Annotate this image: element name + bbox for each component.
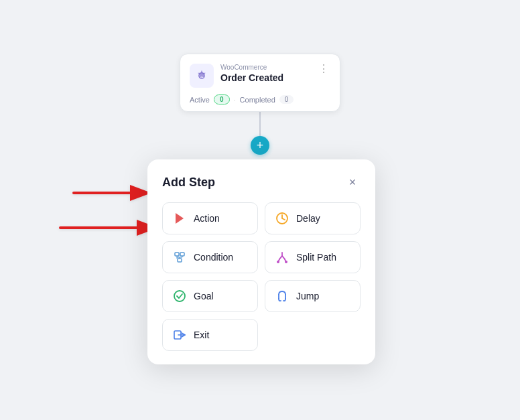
add-step-dialog: Add Step × Action [147, 159, 375, 364]
svg-rect-5 [175, 253, 179, 256]
completed-badge: 0 [279, 95, 294, 104]
svg-rect-7 [178, 259, 182, 262]
condition-label: Condition [194, 252, 233, 263]
goal-icon [172, 289, 187, 303]
exit-step-button[interactable]: Exit [162, 319, 258, 351]
split-path-icon [275, 250, 289, 265]
jump-step-button[interactable]: Jump [265, 280, 361, 312]
goal-step-button[interactable]: Goal [162, 280, 258, 312]
action-step-button[interactable]: Action [162, 202, 258, 234]
action-icon [172, 211, 187, 226]
node-menu-button[interactable]: ⋮ [318, 64, 329, 74]
exit-label: Exit [194, 330, 209, 340]
svg-marker-3 [176, 213, 184, 224]
completed-label: Completed [240, 96, 275, 104]
split-path-step-button[interactable]: Split Path [265, 241, 361, 273]
goal-label: Goal [194, 291, 214, 301]
add-step-button[interactable]: + [251, 136, 269, 155]
svg-point-12 [277, 261, 279, 263]
dialog-header: Add Step × [162, 174, 361, 190]
delay-icon [275, 211, 289, 226]
condition-step-button[interactable]: Condition [162, 241, 258, 273]
svg-point-14 [174, 291, 185, 301]
exit-icon [172, 328, 187, 342]
woocommerce-node: WooCommerce Order Created ⋮ Active 0 · C… [180, 54, 340, 112]
svg-point-13 [285, 261, 287, 263]
active-badge: 0 [214, 94, 230, 104]
active-label: Active [190, 96, 210, 104]
connector-line [259, 112, 261, 136]
node-title: Order Created [220, 72, 312, 83]
dialog-title: Add Step [162, 176, 215, 190]
woo-icon [190, 64, 214, 88]
dialog-close-button[interactable]: × [344, 174, 361, 190]
svg-rect-6 [180, 253, 184, 256]
step-options-grid: Action Delay [162, 202, 361, 351]
delay-step-button[interactable]: Delay [265, 202, 361, 234]
arrow-indicator-2 [54, 214, 161, 244]
jump-icon [275, 289, 289, 303]
condition-icon [172, 250, 187, 265]
node-provider: WooCommerce [220, 64, 312, 71]
jump-label: Jump [296, 291, 319, 301]
node-text: WooCommerce Order Created [220, 64, 312, 83]
canvas-area: WooCommerce Order Created ⋮ Active 0 · C… [0, 0, 520, 420]
split-path-label: Split Path [296, 252, 336, 263]
arrow-indicator-1 [67, 180, 154, 209]
delay-label: Delay [296, 213, 320, 224]
action-label: Action [194, 213, 220, 224]
